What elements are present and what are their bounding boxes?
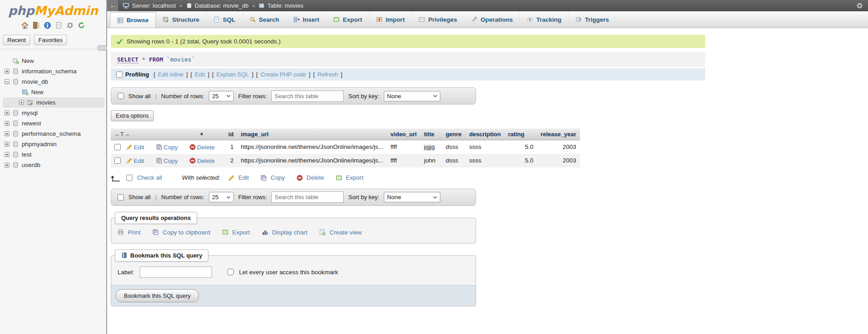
expand-icon[interactable] [5,162,9,167]
breadcrumb-table[interactable]: Table: movies [259,2,303,9]
row-checkbox[interactable] [114,157,121,164]
explain-sql-link[interactable]: Explain SQL [217,71,249,78]
row-checkbox[interactable] [114,144,121,150]
bookmark-public-checkbox[interactable] [227,269,234,275]
tab-sql[interactable]: SQL [207,11,243,28]
tree-item-information-schema[interactable]: information_schema [3,66,104,76]
tab-insert[interactable]: Insert [287,11,327,28]
logout-icon[interactable] [32,21,40,29]
copy-to-clipboard-link[interactable]: Copy to clipboard [152,229,210,236]
tree-item-test[interactable]: test [3,149,104,160]
edit-link[interactable]: Edit [195,71,205,78]
number-of-rows-select[interactable]: 25 [209,91,234,101]
with-selected-copy[interactable]: Copy [260,174,285,181]
tab-operations[interactable]: Operations [464,11,520,28]
check-all-link[interactable]: Check all [137,174,162,181]
with-selected-export[interactable]: Export [336,174,363,181]
row-edit-link[interactable]: Edit [134,157,144,164]
bookmark-submit-button[interactable]: Bookmark this SQL query [116,289,199,302]
breadcrumb-database[interactable]: Database: movie_db [186,2,249,9]
export-link[interactable]: Export [222,229,250,236]
expand-icon[interactable] [5,152,9,157]
breadcrumb-server[interactable]: Server: localhost [123,2,176,9]
sort-by-key-select[interactable]: None [384,192,440,202]
chevron-down-icon [226,95,231,97]
database-tree: New information_schema movie_db New movi… [0,49,106,170]
expand-icon[interactable] [5,121,9,126]
back-button[interactable]: ← [107,0,119,11]
column-options-header[interactable]: ←T→▼ [111,129,225,140]
number-of-rows-select[interactable]: 25 [209,192,234,202]
column-header-rating[interactable]: rating [505,129,537,140]
logo-php-text: php [8,4,34,18]
expand-icon[interactable] [5,142,9,147]
tab-structure[interactable]: Structure [156,11,207,28]
extra-options-button[interactable]: Extra options [111,110,154,121]
expand-icon[interactable] [5,131,9,136]
tree-item-phpmyadmin[interactable]: phpmyadmin [3,139,104,149]
phpmyadmin-logo[interactable]: phpMyAdmin [0,0,106,19]
tab-recent[interactable]: Recent [3,35,30,45]
column-header-image-url[interactable]: image_url [237,129,387,140]
tree-item-new-table[interactable]: New [3,87,104,97]
tab-browse[interactable]: Browse [110,12,156,28]
sort-by-key-select[interactable]: None [384,91,440,101]
row-delete-link[interactable]: Delete [197,144,215,151]
filter-rows-input[interactable] [271,91,344,102]
tab-tracking[interactable]: Tracking [520,11,569,28]
tab-privileges[interactable]: Privileges [412,11,464,28]
settings-icon[interactable] [66,21,74,29]
edit-inline-link[interactable]: Edit inline [158,71,183,78]
expand-icon[interactable] [5,69,9,74]
collapse-icon[interactable] [5,79,9,84]
refresh-link[interactable]: Refresh [317,71,338,78]
row-copy-link[interactable]: Copy [164,157,178,164]
expand-icon[interactable] [5,110,9,115]
home-icon[interactable] [21,21,29,29]
tab-triggers[interactable]: Triggers [569,11,616,28]
with-selected-delete[interactable]: Delete [297,174,324,181]
sidebar-collapse-handle[interactable] [97,45,107,51]
tree-item-movie-db[interactable]: movie_db [3,76,104,87]
row-copy-link[interactable]: Copy [164,144,178,151]
expand-icon[interactable] [19,100,24,105]
info-icon[interactable] [43,21,52,29]
tree-item-newest[interactable]: newest [3,118,104,129]
tree-item-new-database[interactable]: New [3,56,104,66]
tab-import[interactable]: Import [369,11,412,28]
display-chart-link[interactable]: Display chart [262,229,307,236]
print-link[interactable]: Print [118,229,141,236]
row-edit-link[interactable]: Edit [134,144,144,151]
profiling-checkbox[interactable] [116,72,123,78]
tab-search[interactable]: Search [243,11,287,28]
tree-item-performance-schema[interactable]: performance_schema [3,129,104,139]
docs-icon[interactable] [55,21,63,29]
breadcrumb-separator: » [252,3,255,9]
column-header-title[interactable]: title [420,129,442,140]
check-all-checkbox[interactable] [126,175,132,181]
column-header-release-year[interactable]: release_year [537,129,580,140]
tree-item-userdb[interactable]: userdb [3,160,104,170]
create-view-link[interactable]: Create view [319,229,362,236]
refresh-icon[interactable] [77,21,85,29]
column-header-genre[interactable]: genre [442,129,466,140]
results-table: ←T→▼ id image_url video_url title genre … [111,129,580,167]
tree-item-movies[interactable]: movies [3,97,104,108]
show-all-checkbox[interactable] [118,93,124,99]
column-header-description[interactable]: description [466,129,505,140]
bookmark-label-input[interactable] [140,267,212,278]
search-icon [250,16,256,23]
column-header-id[interactable]: id [225,129,237,140]
show-all-checkbox[interactable] [118,194,124,200]
create-view-icon [319,229,326,235]
tree-item-mysql[interactable]: mysql [3,108,104,118]
create-php-code-link[interactable]: Create PHP code [260,71,306,78]
cell-image-url: https://jsononline.net/themes/JsonOnline… [237,154,387,167]
with-selected-edit[interactable]: Edit [228,174,249,181]
tab-favorites[interactable]: Favorites [34,35,67,45]
row-delete-link[interactable]: Delete [197,157,215,164]
column-header-video-url[interactable]: video_url [387,129,420,140]
filter-rows-input[interactable] [271,191,344,203]
page-settings-icon[interactable] [856,2,863,10]
tab-export[interactable]: Export [326,11,369,28]
